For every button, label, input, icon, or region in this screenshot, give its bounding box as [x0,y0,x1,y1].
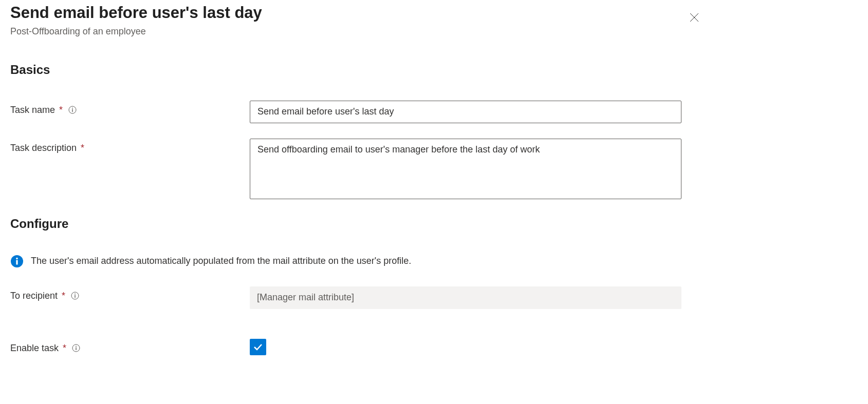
to-recipient-value: [Manager mail attribute] [257,292,354,303]
enable-task-checkbox[interactable] [250,339,266,355]
to-recipient-label-text: To recipient [10,291,58,301]
close-button[interactable] [686,9,703,26]
info-icon[interactable] [68,105,77,114]
required-indicator: * [63,343,66,354]
task-description-row: Task description * Send offboarding emai… [10,139,691,201]
task-name-row: Task name * [10,101,691,123]
close-icon [690,13,699,22]
task-name-input[interactable] [250,101,681,123]
svg-point-9 [75,294,76,295]
svg-point-6 [16,257,18,259]
to-recipient-row: To recipient * [Manager mail attribute] [10,286,691,309]
section-configure-heading: Configure [10,217,691,231]
svg-rect-10 [75,295,75,298]
section-basics-heading: Basics [10,63,691,77]
svg-point-12 [76,346,77,347]
info-banner-text: The user's email address automatically p… [31,256,411,266]
required-indicator: * [59,105,63,116]
task-name-label: Task name * [10,101,250,116]
required-indicator: * [81,143,84,153]
panel-subtitle: Post-Offboarding of an employee [10,26,691,37]
panel-title: Send email before user's last day [10,3,691,23]
task-description-input[interactable]: Send offboarding email to user's manager… [250,139,681,199]
required-indicator: * [62,291,65,301]
task-name-label-text: Task name [10,105,55,116]
check-icon [253,342,263,352]
enable-task-label-text: Enable task [10,343,59,354]
to-recipient-field: [Manager mail attribute] [250,286,681,309]
svg-rect-7 [16,260,17,264]
info-icon[interactable] [71,343,81,353]
info-icon[interactable] [70,291,80,300]
svg-rect-13 [76,348,76,351]
info-solid-icon [10,255,24,268]
task-description-label: Task description * [10,139,250,153]
svg-point-3 [72,108,73,109]
enable-task-row: Enable task * [10,339,691,355]
task-description-label-text: Task description [10,143,77,153]
to-recipient-label: To recipient * [10,286,250,301]
task-edit-panel: Send email before user's last day Post-O… [10,0,691,355]
info-banner: The user's email address automatically p… [10,255,691,268]
enable-task-label: Enable task * [10,339,250,354]
svg-rect-4 [72,109,72,112]
